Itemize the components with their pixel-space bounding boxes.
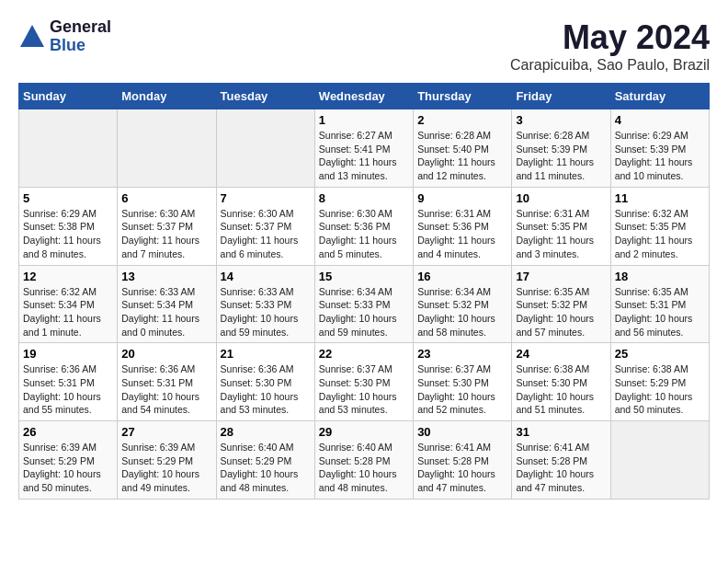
calendar-week-1: 1Sunrise: 6:27 AM Sunset: 5:41 PM Daylig… [19, 109, 710, 188]
day-info: Sunrise: 6:41 AM Sunset: 5:28 PM Dayligh… [417, 441, 507, 495]
day-number: 28 [221, 425, 311, 439]
logo-blue: Blue [50, 37, 111, 55]
day-info: Sunrise: 6:30 AM Sunset: 5:37 PM Dayligh… [121, 207, 211, 261]
day-header-friday: Friday [512, 84, 610, 109]
calendar-cell: 29Sunrise: 6:40 AM Sunset: 5:28 PM Dayli… [314, 421, 413, 500]
day-info: Sunrise: 6:39 AM Sunset: 5:29 PM Dayligh… [23, 441, 113, 495]
calendar-cell [216, 109, 314, 188]
day-info: Sunrise: 6:28 AM Sunset: 5:40 PM Dayligh… [417, 129, 507, 183]
calendar-cell: 21Sunrise: 6:36 AM Sunset: 5:30 PM Dayli… [216, 343, 314, 421]
day-header-tuesday: Tuesday [216, 84, 314, 109]
calendar-body: 1Sunrise: 6:27 AM Sunset: 5:41 PM Daylig… [19, 109, 710, 500]
day-header-sunday: Sunday [19, 84, 118, 109]
day-number: 2 [417, 113, 507, 127]
calendar-cell: 10Sunrise: 6:31 AM Sunset: 5:35 PM Dayli… [512, 187, 610, 265]
day-info: Sunrise: 6:34 AM Sunset: 5:32 PM Dayligh… [417, 285, 507, 339]
calendar-cell: 14Sunrise: 6:33 AM Sunset: 5:33 PM Dayli… [216, 265, 314, 343]
day-number: 15 [319, 270, 409, 283]
page-header: General Blue May 2024 Carapicuiba, Sao P… [18, 18, 710, 74]
logo: General Blue [18, 18, 111, 55]
day-number: 7 [221, 191, 311, 205]
day-number: 29 [319, 425, 409, 439]
day-info: Sunrise: 6:28 AM Sunset: 5:39 PM Dayligh… [516, 129, 606, 183]
day-number: 17 [516, 270, 606, 283]
calendar-week-5: 26Sunrise: 6:39 AM Sunset: 5:29 PM Dayli… [19, 421, 710, 500]
day-number: 8 [319, 191, 409, 205]
day-number: 1 [319, 113, 409, 127]
day-header-saturday: Saturday [610, 84, 709, 109]
day-number: 11 [615, 191, 705, 205]
day-info: Sunrise: 6:31 AM Sunset: 5:35 PM Dayligh… [516, 207, 606, 261]
calendar-cell: 12Sunrise: 6:32 AM Sunset: 5:34 PM Dayli… [19, 265, 118, 343]
calendar-table: SundayMondayTuesdayWednesdayThursdayFrid… [18, 83, 710, 500]
day-info: Sunrise: 6:27 AM Sunset: 5:41 PM Dayligh… [319, 129, 409, 183]
day-info: Sunrise: 6:30 AM Sunset: 5:37 PM Dayligh… [221, 207, 311, 261]
day-number: 26 [23, 425, 113, 439]
title-area: May 2024 Carapicuiba, Sao Paulo, Brazil [510, 18, 710, 74]
calendar-cell: 15Sunrise: 6:34 AM Sunset: 5:33 PM Dayli… [314, 265, 413, 343]
day-number: 25 [615, 347, 705, 361]
calendar-cell: 17Sunrise: 6:35 AM Sunset: 5:32 PM Dayli… [512, 265, 610, 343]
day-info: Sunrise: 6:32 AM Sunset: 5:35 PM Dayligh… [615, 207, 705, 261]
day-number: 21 [221, 347, 311, 361]
day-info: Sunrise: 6:36 AM Sunset: 5:31 PM Dayligh… [121, 362, 211, 417]
day-info: Sunrise: 6:32 AM Sunset: 5:34 PM Dayligh… [23, 285, 113, 339]
day-info: Sunrise: 6:33 AM Sunset: 5:34 PM Dayligh… [121, 285, 211, 339]
calendar-cell: 9Sunrise: 6:31 AM Sunset: 5:36 PM Daylig… [414, 187, 512, 265]
calendar-cell: 8Sunrise: 6:30 AM Sunset: 5:36 PM Daylig… [314, 187, 413, 265]
day-info: Sunrise: 6:33 AM Sunset: 5:33 PM Dayligh… [221, 285, 311, 339]
day-number: 18 [615, 270, 705, 283]
day-info: Sunrise: 6:30 AM Sunset: 5:36 PM Dayligh… [319, 207, 409, 261]
day-number: 31 [516, 425, 606, 439]
page-subtitle: Carapicuiba, Sao Paulo, Brazil [510, 57, 710, 74]
day-number: 20 [121, 347, 211, 361]
day-number: 16 [417, 270, 507, 283]
day-info: Sunrise: 6:40 AM Sunset: 5:28 PM Dayligh… [319, 441, 409, 495]
day-info: Sunrise: 6:39 AM Sunset: 5:29 PM Dayligh… [121, 441, 211, 495]
day-number: 4 [615, 113, 705, 127]
calendar-cell: 5Sunrise: 6:29 AM Sunset: 5:38 PM Daylig… [19, 187, 118, 265]
day-number: 6 [121, 191, 211, 205]
day-number: 10 [516, 191, 606, 205]
days-of-week-row: SundayMondayTuesdayWednesdayThursdayFrid… [19, 84, 710, 109]
calendar-cell: 24Sunrise: 6:38 AM Sunset: 5:30 PM Dayli… [512, 343, 610, 421]
day-info: Sunrise: 6:34 AM Sunset: 5:33 PM Dayligh… [319, 285, 409, 339]
day-header-wednesday: Wednesday [314, 84, 413, 109]
day-info: Sunrise: 6:29 AM Sunset: 5:38 PM Dayligh… [23, 207, 113, 261]
calendar-cell: 4Sunrise: 6:29 AM Sunset: 5:39 PM Daylig… [610, 109, 709, 188]
day-info: Sunrise: 6:37 AM Sunset: 5:30 PM Dayligh… [417, 362, 507, 417]
calendar-cell: 2Sunrise: 6:28 AM Sunset: 5:40 PM Daylig… [414, 109, 512, 188]
day-info: Sunrise: 6:36 AM Sunset: 5:31 PM Dayligh… [23, 362, 113, 417]
calendar-cell: 27Sunrise: 6:39 AM Sunset: 5:29 PM Dayli… [118, 421, 216, 500]
day-number: 13 [121, 270, 211, 283]
calendar-cell: 7Sunrise: 6:30 AM Sunset: 5:37 PM Daylig… [216, 187, 314, 265]
logo-icon [18, 23, 46, 51]
day-info: Sunrise: 6:38 AM Sunset: 5:29 PM Dayligh… [615, 362, 705, 417]
calendar-cell: 16Sunrise: 6:34 AM Sunset: 5:32 PM Dayli… [414, 265, 512, 343]
day-number: 14 [221, 270, 311, 283]
calendar-cell: 23Sunrise: 6:37 AM Sunset: 5:30 PM Dayli… [414, 343, 512, 421]
day-number: 30 [417, 425, 507, 439]
calendar-header: SundayMondayTuesdayWednesdayThursdayFrid… [19, 84, 710, 109]
calendar-cell: 20Sunrise: 6:36 AM Sunset: 5:31 PM Dayli… [118, 343, 216, 421]
calendar-cell: 11Sunrise: 6:32 AM Sunset: 5:35 PM Dayli… [610, 187, 709, 265]
day-number: 5 [23, 191, 113, 205]
day-number: 23 [417, 347, 507, 361]
calendar-cell: 30Sunrise: 6:41 AM Sunset: 5:28 PM Dayli… [414, 421, 512, 500]
calendar-cell: 13Sunrise: 6:33 AM Sunset: 5:34 PM Dayli… [118, 265, 216, 343]
calendar-cell [118, 109, 216, 188]
day-number: 22 [319, 347, 409, 361]
logo-general: General [50, 18, 111, 37]
day-number: 3 [516, 113, 606, 127]
day-number: 12 [23, 270, 113, 283]
calendar-week-4: 19Sunrise: 6:36 AM Sunset: 5:31 PM Dayli… [19, 343, 710, 421]
calendar-cell [610, 421, 709, 500]
day-info: Sunrise: 6:36 AM Sunset: 5:30 PM Dayligh… [221, 362, 311, 417]
day-number: 9 [417, 191, 507, 205]
day-info: Sunrise: 6:35 AM Sunset: 5:31 PM Dayligh… [615, 285, 705, 339]
calendar-cell: 18Sunrise: 6:35 AM Sunset: 5:31 PM Dayli… [610, 265, 709, 343]
calendar-cell: 26Sunrise: 6:39 AM Sunset: 5:29 PM Dayli… [19, 421, 118, 500]
day-header-monday: Monday [118, 84, 216, 109]
page-title: May 2024 [510, 18, 710, 57]
day-number: 27 [121, 425, 211, 439]
